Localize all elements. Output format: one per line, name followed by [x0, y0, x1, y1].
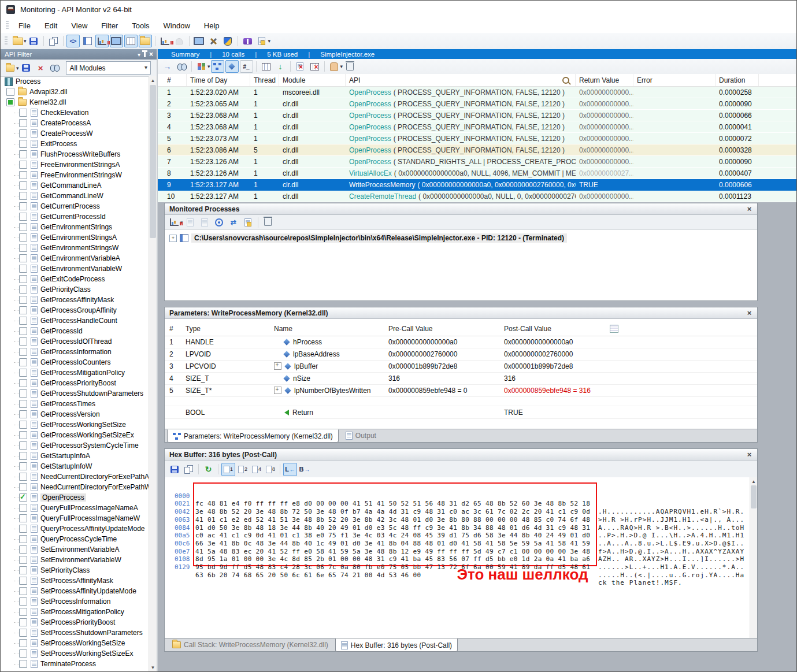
tree-function-item[interactable]: GetProcessId — [1, 326, 149, 336]
close-icon[interactable] — [745, 309, 754, 317]
checkbox[interactable] — [19, 545, 27, 554]
tree-function-item[interactable]: GetProcessTimes — [1, 399, 149, 409]
menu-item-view[interactable]: View — [64, 19, 94, 32]
checkbox[interactable] — [19, 618, 27, 626]
tree-function-item[interactable]: GetStartupInfoW — [1, 461, 149, 471]
checkbox[interactable] — [19, 608, 27, 616]
checkbox[interactable] — [19, 192, 27, 200]
checkbox[interactable] — [19, 213, 27, 221]
api-call-row[interactable]: 2 1:52:23.065 AM 1 clr.dll OpenProcess( … — [158, 98, 796, 110]
stop-button[interactable] — [198, 216, 212, 229]
tab[interactable]: Output — [340, 429, 381, 441]
checkbox[interactable] — [19, 587, 27, 595]
pin-icon[interactable] — [144, 52, 146, 57]
checkbox[interactable] — [19, 337, 27, 346]
checkbox[interactable] — [19, 140, 27, 148]
filter-find-button[interactable] — [49, 62, 62, 75]
api-call-row[interactable]: 9 1:52:23.127 AM 1 clr.dll WriteProcessM… — [158, 179, 796, 191]
tools-button[interactable] — [207, 35, 220, 47]
checkbox[interactable] — [19, 639, 27, 647]
param-column-header[interactable]: Pre-Call Value — [384, 325, 499, 333]
column-header[interactable]: API — [346, 74, 576, 86]
menu-item-file[interactable]: File — [12, 19, 38, 32]
filter-open-button[interactable] — [3, 62, 17, 75]
tree-function-item[interactable]: GetProcessInformation — [1, 347, 149, 357]
api-call-row[interactable]: 8 1:52:23.126 AM 1 clr.dll VirtualAllocE… — [158, 168, 796, 179]
api-call-row[interactable]: 5 1:52:23.073 AM 1 clr.dll OpenProcess( … — [158, 133, 796, 144]
tree-function-item[interactable]: GetProcessHandleCount — [1, 315, 149, 326]
tree-function-item[interactable]: QueryProcessCycleTime — [1, 534, 149, 544]
api-call-row[interactable]: 4 1:52:23.068 AM 1 clr.dll OpenProcess( … — [158, 121, 796, 133]
filter-save-button[interactable] — [20, 62, 33, 75]
hex-dump-view[interactable]: Это наш шеллкод 0000 fc 48 81 e4 f0 ff f… — [165, 477, 750, 638]
hex-copy-button[interactable] — [182, 463, 195, 476]
process-button[interactable] — [81, 35, 94, 47]
drag-grip[interactable] — [5, 36, 8, 46]
checkbox[interactable] — [19, 473, 27, 481]
checkbox[interactable] — [19, 265, 27, 273]
find-button[interactable] — [175, 60, 188, 73]
tree-function-item[interactable]: SetProcessWorkingSetSize — [1, 638, 149, 648]
uac-button[interactable] — [221, 35, 235, 47]
tree-function-item[interactable]: GetProcessIdOfThread — [1, 336, 149, 347]
checkbox[interactable] — [19, 327, 27, 335]
column-header[interactable]: Error — [633, 74, 716, 86]
tree-function-item[interactable]: FlushProcessWriteBuffers — [1, 149, 149, 159]
tree-scrollbar[interactable]: ▲ ▼ — [149, 76, 157, 671]
docs-button[interactable] — [241, 35, 254, 47]
tree-function-item[interactable]: GetCommandLineA — [1, 180, 149, 191]
tree-function-item[interactable]: GetProcessMitigationPolicy — [1, 367, 149, 378]
param-row[interactable]: 4 SIZE_T nSize 316 316 — [165, 372, 757, 385]
group-8-byte-button[interactable]: 8 — [264, 463, 277, 476]
tree-root-process[interactable]: Process — [1, 76, 149, 87]
tree-function-item[interactable]: QueryProcessAffinityUpdateMode — [1, 524, 149, 534]
clear-calls-button[interactable] — [294, 60, 307, 73]
checkbox[interactable] — [6, 88, 14, 96]
menu-item-tools[interactable]: Tools — [125, 19, 156, 32]
alerts-button[interactable] — [173, 35, 186, 47]
pause-button[interactable] — [328, 60, 341, 73]
checkbox[interactable] — [19, 358, 27, 366]
checkbox[interactable] — [19, 129, 27, 138]
monitored-process-row[interactable]: C:\Users\snovvcrash\source\repos\SimpleI… — [165, 230, 757, 243]
checkbox[interactable] — [19, 275, 27, 283]
big-endian-button[interactable]: B→ — [298, 463, 311, 476]
clear-table-button[interactable] — [308, 60, 321, 73]
checkbox[interactable] — [19, 504, 27, 512]
checkbox[interactable] — [19, 493, 27, 502]
target-button[interactable] — [213, 216, 226, 229]
checkbox[interactable] — [19, 202, 27, 210]
param-row[interactable]: 5 SIZE_T* lpNumberOfBytesWritten 0x00000… — [165, 384, 757, 397]
checkbox[interactable] — [19, 285, 27, 294]
properties-button[interactable] — [242, 216, 255, 229]
summary-bar-item[interactable]: Summary — [166, 51, 217, 58]
tab[interactable]: Call Stack: WriteProcessMemory (Kernel32… — [167, 638, 333, 651]
layout-toggle[interactable] — [211, 60, 224, 73]
checkbox[interactable] — [19, 223, 27, 231]
checkbox[interactable] — [19, 629, 27, 637]
tree-function-item[interactable]: CheckElevation — [1, 107, 149, 118]
attach-button[interactable] — [168, 216, 181, 229]
checkbox[interactable] — [19, 556, 27, 564]
tree-function-item[interactable]: CreateProcessA — [1, 118, 149, 128]
tree-function-item[interactable]: GetProcessorSystemCycleTime — [1, 440, 149, 451]
tree-function-item[interactable]: CreateProcessW — [1, 128, 149, 139]
api-call-row[interactable]: 6 1:52:23.086 AM 5 clr.dll OpenProcess( … — [158, 144, 796, 156]
scroll-up-arrow[interactable]: ▲ — [149, 76, 157, 84]
checkbox[interactable] — [19, 119, 27, 127]
checkbox[interactable] — [19, 535, 27, 543]
tree-function-item[interactable]: GetProcessAffinityMask — [1, 295, 149, 305]
search-icon[interactable] — [562, 77, 569, 84]
checkbox[interactable] — [19, 431, 27, 439]
scroll-up-arrow[interactable]: ▲ — [750, 477, 757, 485]
tab[interactable]: Hex Buffer: 316 bytes (Post-Call) — [335, 638, 458, 652]
checkbox[interactable] — [19, 254, 27, 262]
checkbox[interactable] — [19, 400, 27, 408]
tree-function-item[interactable]: GetEnvironmentStringsW — [1, 243, 149, 253]
window-toggle[interactable] — [110, 35, 123, 47]
tree-function-item[interactable]: GetCommandLineW — [1, 191, 149, 201]
window-alt-toggle[interactable] — [124, 35, 138, 47]
open-button[interactable] — [11, 35, 24, 47]
column-header[interactable]: Duration — [716, 74, 759, 86]
folders-toggle[interactable] — [139, 35, 152, 47]
